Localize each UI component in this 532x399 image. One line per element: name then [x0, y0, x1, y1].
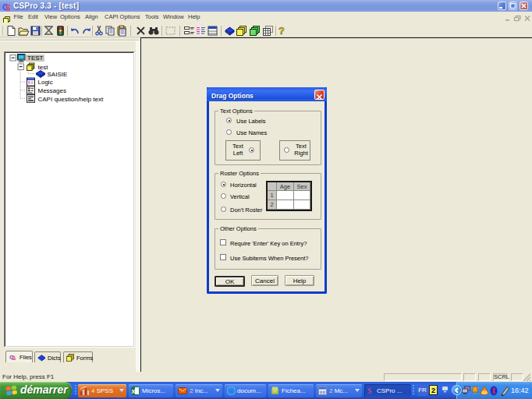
svg-text:e: e	[229, 387, 234, 395]
svg-text:S: S	[367, 387, 372, 395]
svg-text:S: S	[5, 4, 11, 12]
svg-text:S: S	[12, 355, 16, 361]
svg-text:?: ?	[278, 25, 285, 37]
svg-text:X: X	[131, 388, 136, 395]
